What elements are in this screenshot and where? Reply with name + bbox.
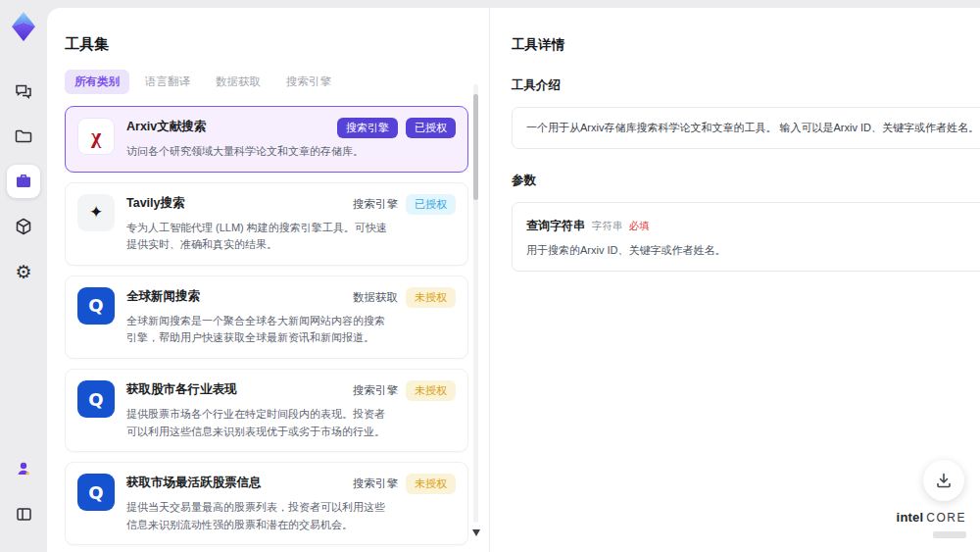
tool-status-badge: 未授权 (406, 287, 456, 308)
tool-tags: 搜索引擎未授权 (353, 380, 456, 401)
tool-tags: 搜索引擎已授权 (353, 194, 456, 215)
tool-card[interactable]: Q 获取股市各行业表现 搜索引擎未授权 提供股票市场各个行业在特定时间段内的表现… (65, 369, 468, 452)
toolbox-icon[interactable] (7, 165, 40, 198)
tool-list: χ Arxiv文献搜索 搜索引擎已授权 访问各个研究领域大量科学论文和文章的存储… (65, 106, 468, 552)
tool-tags: 搜索引擎已授权 (337, 118, 456, 138)
core-wordmark: CORE (926, 511, 966, 525)
category-tabs: 所有类别语言翻译数据获取搜索引擎 (65, 70, 489, 94)
news-app-icon: Q (77, 287, 115, 325)
panel-toggle-icon[interactable] (7, 497, 40, 530)
page-title: 工具集 (65, 35, 489, 54)
tool-list-panel: 工具集 所有类别语言翻译数据获取搜索引擎 χ Arxiv文献搜索 搜索引擎已授权… (47, 8, 490, 552)
stock-app-icon: Q (77, 474, 115, 511)
tool-category-badge: 搜索引擎 (337, 118, 398, 138)
tab-1[interactable]: 语言翻译 (135, 70, 200, 94)
tool-name: Arxiv文献搜索 (126, 118, 206, 135)
param-description: 用于搜索的Arxiv ID、关键字或作者姓名。 (526, 243, 979, 258)
tool-description: 专为人工智能代理 (LLM) 构建的搜索引擎工具。可快速提供实时、准确和真实的结… (126, 220, 456, 254)
tool-category-label: 搜索引擎 (353, 197, 398, 212)
main-panel: 工具集 所有类别语言翻译数据获取搜索引擎 χ Arxiv文献搜索 搜索引擎已授权… (47, 8, 980, 552)
settings-icon[interactable]: ⚙ (7, 255, 40, 288)
tool-description: 提供当天交易量最高的股票列表，投资者可以利用这些信息来识别流动性强的股票和潜在的… (126, 499, 456, 533)
tool-description: 全球新闻搜索是一个聚合全球各大新闻网站内容的搜索引擎，帮助用户快速获取全球最新资… (126, 313, 456, 347)
tab-2[interactable]: 数据获取 (206, 70, 270, 94)
stock-app-icon: Q (77, 380, 115, 418)
tab-3[interactable]: 搜索引擎 (276, 70, 341, 94)
params-heading: 参数 (512, 173, 980, 189)
param-card: 查询字符串字符串必填 用于搜索的Arxiv ID、关键字或作者姓名。 (512, 202, 980, 272)
tool-name: Tavily搜索 (126, 194, 185, 212)
params-list: 查询字符串字符串必填 用于搜索的Arxiv ID、关键字或作者姓名。 (512, 202, 980, 272)
tool-card[interactable]: Q 获取市场最活跃股票信息 搜索引擎未授权 提供当天交易量最高的股票列表，投资者… (65, 462, 468, 545)
folder-icon[interactable] (7, 120, 40, 153)
intro-text: 一个用于从Arxiv存储库搜索科学论文和文章的工具。 输入可以是Arxiv ID… (526, 121, 979, 135)
tool-detail-panel: 工具详情 工具介绍 一个用于从Arxiv存储库搜索科学论文和文章的工具。 输入可… (490, 8, 980, 552)
download-button[interactable] (923, 460, 964, 501)
tool-status-badge: 已授权 (406, 194, 456, 215)
tool-card[interactable]: Q 全球新闻搜索 数据获取未授权 全球新闻搜索是一个聚合全球各大新闻网站内容的搜… (65, 276, 468, 359)
param-required-badge: 必填 (629, 220, 650, 231)
tool-name: 全球新闻搜索 (126, 287, 200, 305)
scroll-down-arrow-icon[interactable] (472, 529, 480, 536)
sidebar-rail: ⚙ (0, 0, 47, 552)
tool-card[interactable]: ✦ Tavily搜索 搜索引擎已授权 专为人工智能代理 (LLM) 构建的搜索引… (65, 182, 468, 266)
intro-box: 一个用于从Arxiv存储库搜索科学论文和文章的工具。 输入可以是Arxiv ID… (512, 107, 980, 149)
tool-category-label: 数据获取 (353, 290, 398, 305)
tool-category-label: 搜索引擎 (353, 477, 398, 491)
tool-tags: 搜索引擎未授权 (353, 474, 456, 494)
list-scrollbar-track[interactable] (473, 84, 478, 523)
detail-title: 工具详情 (512, 36, 980, 54)
download-icon (935, 472, 953, 489)
tool-category-label: 搜索引擎 (353, 383, 398, 398)
tavily-star-icon: ✦ (77, 194, 115, 231)
tool-name: 获取市场最活跃股票信息 (126, 474, 262, 491)
tool-status-badge: 未授权 (406, 380, 456, 401)
user-avatar-icon[interactable] (7, 452, 40, 485)
package-icon[interactable] (7, 210, 40, 243)
tool-description: 访问各个研究领域大量科学论文和文章的存储库。 (126, 143, 456, 161)
tool-name: 获取股市各行业表现 (126, 380, 237, 398)
tool-description: 提供股票市场各个行业在特定时间段内的表现。投资者可以利用这些信息来识别表现优于或… (126, 406, 456, 440)
arxiv-logo-icon: χ (77, 118, 115, 155)
app-logo-icon[interactable] (10, 12, 37, 41)
chat-icon[interactable] (7, 75, 40, 108)
list-scrollbar-thumb[interactable] (473, 94, 478, 200)
tool-card[interactable]: χ Arxiv文献搜索 搜索引擎已授权 访问各个研究领域大量科学论文和文章的存储… (65, 106, 468, 173)
tool-tags: 数据获取未授权 (353, 287, 456, 308)
tab-0[interactable]: 所有类别 (65, 70, 129, 94)
tool-status-badge: 已授权 (406, 118, 456, 138)
tool-status-badge: 未授权 (406, 474, 456, 494)
intro-heading: 工具介绍 (512, 77, 980, 94)
param-type: 字符串 (592, 220, 623, 231)
intel-wordmark: intel (897, 510, 924, 525)
param-name: 查询字符串 (526, 219, 585, 232)
ultra-mark (933, 531, 966, 538)
intel-core-brand: intelCORE (897, 508, 966, 542)
